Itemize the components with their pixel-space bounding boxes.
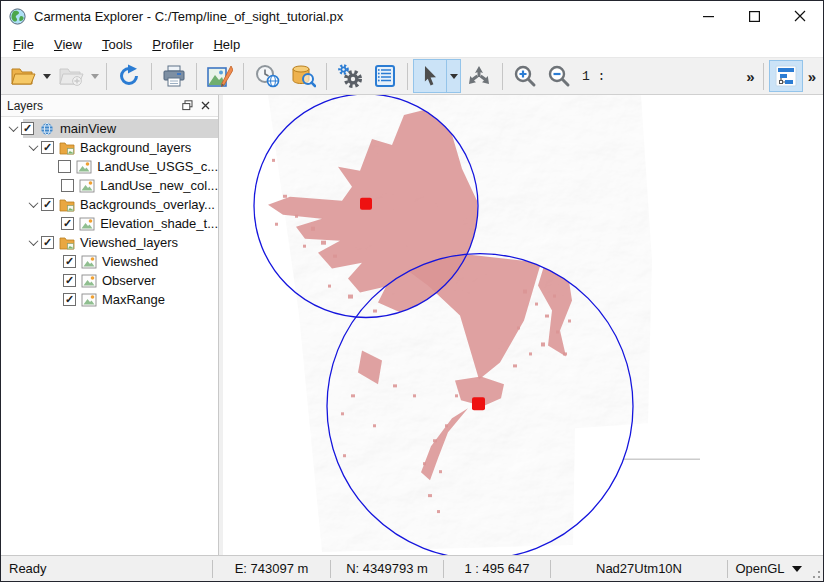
edit-map-button[interactable] (202, 60, 238, 92)
layer-label[interactable]: Viewshed (102, 254, 158, 269)
layer-label[interactable]: MaxRange (102, 292, 165, 307)
toolbar-separator (243, 63, 244, 90)
layer-checkbox[interactable]: ✓ (63, 274, 76, 287)
tree-row-backgrounds-overlay[interactable]: ✓ Backgrounds_overlay... (1, 195, 218, 214)
resize-grip[interactable] (809, 556, 823, 581)
menu-view[interactable]: View (44, 33, 92, 56)
layer-image-icon (81, 293, 97, 307)
add-map-button[interactable] (53, 60, 89, 92)
menu-file[interactable]: File (3, 33, 44, 56)
zoom-out-button[interactable] (542, 60, 576, 92)
layer-checkbox[interactable]: ✓ (41, 198, 54, 211)
layers-panel-header[interactable]: Layers (1, 95, 218, 117)
status-message: Ready (1, 560, 212, 578)
zoom-in-button[interactable] (508, 60, 542, 92)
main-toolbar: 1 : » » (1, 57, 823, 95)
toolbar-overflow-button[interactable]: » (741, 68, 757, 85)
open-button[interactable] (5, 60, 41, 92)
status-projection: Nad27Utm10N (550, 560, 727, 578)
database-search-icon (290, 64, 316, 88)
observer-marker-bottom (472, 397, 485, 410)
zoom-out-icon (547, 64, 571, 88)
add-map-dropdown[interactable] (89, 60, 101, 92)
tree-row-mainview[interactable]: ✓ mainView (1, 119, 218, 138)
time-globe-button[interactable] (249, 60, 285, 92)
layer-checkbox[interactable] (61, 179, 74, 192)
settings-button[interactable] (332, 60, 368, 92)
renderer-dropdown[interactable]: OpenGL (727, 560, 809, 578)
layer-checkbox[interactable]: ✓ (41, 236, 54, 249)
database-search-button[interactable] (285, 60, 321, 92)
open-dropdown[interactable] (41, 60, 53, 92)
caret-down-icon (43, 74, 51, 79)
layer-checkbox[interactable] (58, 160, 71, 173)
menu-profiler[interactable]: Profiler (142, 33, 203, 56)
tree-row-maxrange[interactable]: ✓ MaxRange (1, 290, 218, 309)
layer-checkbox[interactable]: ✓ (61, 217, 74, 230)
minimize-icon (703, 11, 714, 22)
layer-label[interactable]: Viewshed_layers (80, 235, 178, 250)
menu-tools[interactable]: Tools (92, 33, 142, 56)
open-folder-icon (10, 65, 36, 87)
expand-arrow[interactable] (27, 199, 39, 211)
cursor-arrow-icon (420, 65, 440, 87)
app-globe-icon (9, 8, 26, 25)
close-icon (794, 10, 806, 22)
maximize-button[interactable] (731, 1, 777, 31)
layers-panel-title: Layers (7, 99, 178, 113)
layer-checkbox[interactable]: ✓ (21, 122, 34, 135)
caret-down-icon (450, 74, 458, 79)
window-title: Carmenta Explorer - C:/Temp/line_of_sigh… (34, 9, 343, 24)
report-button[interactable] (368, 60, 402, 92)
tree-row-background-layers[interactable]: ✓ Background_layers (1, 138, 218, 157)
print-icon (162, 64, 186, 88)
toolbar-separator (196, 63, 197, 90)
layer-checkbox[interactable]: ✓ (63, 255, 76, 268)
layer-label[interactable]: mainView (60, 121, 116, 136)
refresh-button[interactable] (112, 60, 146, 92)
expand-arrow[interactable] (7, 123, 19, 135)
tree-row-landuse-usgs[interactable]: LandUse_USGS_c... (1, 157, 218, 176)
tree-row-viewshed[interactable]: ✓ Viewshed (1, 252, 218, 271)
expand-arrow[interactable] (27, 237, 39, 249)
folder-icon (59, 141, 75, 155)
pan-arrows-icon (466, 64, 492, 88)
map-canvas (223, 95, 823, 555)
clock-globe-icon (254, 64, 280, 88)
renderer-label: OpenGL (735, 561, 784, 576)
print-button[interactable] (157, 60, 191, 92)
minimize-button[interactable] (685, 1, 731, 31)
select-tool-dropdown[interactable] (446, 60, 460, 92)
gears-icon (337, 63, 363, 89)
layer-checkbox[interactable]: ✓ (63, 293, 76, 306)
tree-row-landuse-new[interactable]: LandUse_new_col... (1, 176, 218, 195)
pan-tool-button[interactable] (461, 60, 497, 92)
layer-label[interactable]: Elevation_shade_t... (100, 216, 218, 231)
menu-help[interactable]: Help (203, 33, 250, 56)
toolbar-separator (326, 63, 327, 90)
layer-label[interactable]: Backgrounds_overlay... (80, 197, 215, 212)
status-scale: 1 : 495 647 (443, 560, 550, 578)
layer-label[interactable]: Observer (102, 273, 155, 288)
select-tool-button[interactable] (413, 59, 461, 93)
layer-image-icon (79, 179, 95, 193)
expand-arrow[interactable] (27, 142, 39, 154)
map-viewport[interactable] (223, 95, 823, 555)
tree-row-observer[interactable]: ✓ Observer (1, 271, 218, 290)
tree-row-viewshed-layers[interactable]: ✓ Viewshed_layers (1, 233, 218, 252)
tree-row-elevation-shade[interactable]: ✓ Elevation_shade_t... (1, 214, 218, 233)
layer-checkbox[interactable]: ✓ (41, 141, 54, 154)
status-northing: N: 4349793 m (330, 560, 443, 578)
maximize-icon (749, 11, 760, 22)
float-panel-button[interactable] (178, 97, 196, 115)
layer-label[interactable]: Background_layers (80, 140, 191, 155)
layer-image-icon (81, 255, 97, 269)
close-panel-button[interactable] (196, 97, 214, 115)
refresh-icon (117, 64, 141, 88)
close-button[interactable] (777, 1, 823, 31)
layer-label[interactable]: LandUse_USGS_c... (97, 159, 218, 174)
layers-panel-toggle-button[interactable] (769, 60, 803, 92)
float-icon (182, 100, 193, 111)
layer-label[interactable]: LandUse_new_col... (100, 178, 218, 193)
panels-overflow-button[interactable]: » (803, 68, 819, 85)
